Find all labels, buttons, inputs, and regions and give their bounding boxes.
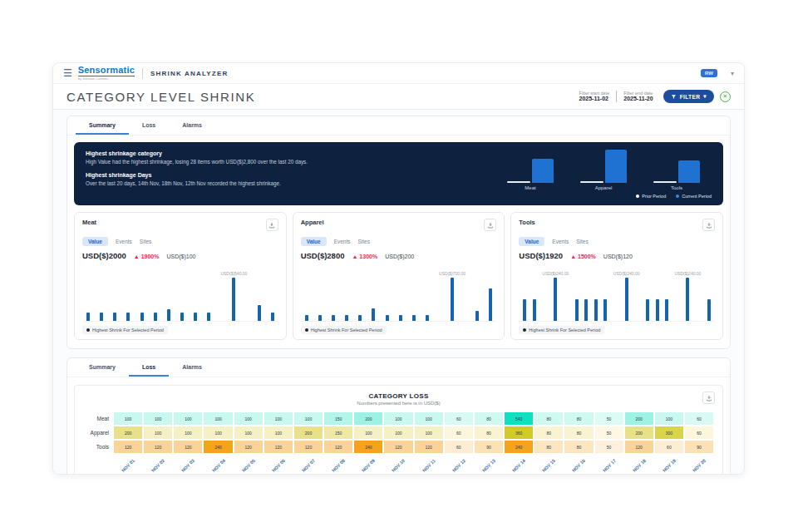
tab-summary[interactable]: Summary	[76, 116, 129, 135]
tab-alarms[interactable]: Alarms	[169, 358, 215, 377]
card-tab-sites[interactable]: Sites	[140, 237, 151, 246]
heatmap-cell[interactable]: 150	[323, 411, 353, 426]
chart-bar[interactable]	[625, 278, 628, 321]
heatmap-cell[interactable]: 80	[534, 426, 564, 440]
heatmap-cell[interactable]: 100	[203, 411, 233, 426]
chart-bar[interactable]	[489, 288, 492, 321]
chart-bar[interactable]	[271, 313, 274, 321]
heatmap-cell[interactable]: 120	[234, 440, 264, 454]
heatmap-cell[interactable]: 100	[264, 411, 293, 426]
tab-summary[interactable]: Summary	[76, 358, 129, 377]
heatmap-cell[interactable]: 120	[383, 440, 413, 454]
chart-bar[interactable]	[232, 278, 235, 321]
chart-bar[interactable]	[358, 315, 362, 321]
card-tab-events[interactable]: Events	[334, 237, 351, 246]
chart-bar[interactable]	[372, 308, 375, 321]
heatmap-cell[interactable]: 100	[173, 411, 203, 426]
chart-bar[interactable]	[126, 313, 130, 321]
chart-bar[interactable]	[154, 313, 157, 321]
heatmap-cell[interactable]: 200	[293, 426, 323, 440]
heatmap-cell[interactable]: 100	[353, 426, 383, 440]
heatmap-cell[interactable]: 120	[414, 440, 444, 454]
chart-bar[interactable]	[386, 315, 389, 321]
user-avatar-badge[interactable]: RW	[701, 69, 717, 77]
heatmap-cell[interactable]: 60	[444, 440, 474, 454]
chart-bar[interactable]	[475, 311, 479, 321]
chart-bar[interactable]	[656, 299, 659, 321]
heatmap-cell[interactable]: 100	[203, 426, 233, 440]
card-tab-events[interactable]: Events	[552, 237, 569, 246]
heatmap-cell[interactable]: 60	[684, 411, 714, 426]
heatmap-cell[interactable]: 300	[654, 426, 684, 440]
heatmap-cell[interactable]: 360	[504, 426, 534, 440]
download-button[interactable]	[702, 392, 715, 404]
card-tab-value[interactable]: Value	[519, 237, 544, 246]
chart-bar[interactable]	[686, 278, 689, 321]
tab-loss[interactable]: Loss	[129, 358, 169, 377]
heatmap-cell[interactable]: 120	[143, 440, 173, 454]
heatmap-cell[interactable]: 60	[444, 426, 474, 440]
hamburger-menu-icon[interactable]: ☰	[63, 68, 72, 78]
chart-bar[interactable]	[305, 315, 308, 321]
chart-bar[interactable]	[140, 313, 144, 321]
heatmap-cell[interactable]: 200	[624, 426, 654, 440]
heatmap-cell[interactable]: 120	[624, 440, 654, 454]
card-tab-value[interactable]: Value	[301, 237, 327, 246]
heatmap-cell[interactable]: 50	[594, 411, 624, 426]
heatmap-cell[interactable]: 120	[173, 440, 203, 454]
heatmap-cell[interactable]: 120	[264, 440, 293, 454]
heatmap-cell[interactable]: 100	[383, 426, 413, 440]
chart-bar[interactable]	[194, 313, 197, 321]
chart-bar[interactable]	[594, 299, 598, 321]
heatmap-cell[interactable]: 240	[353, 440, 383, 454]
heatmap-cell[interactable]: 200	[624, 411, 654, 426]
card-tab-events[interactable]: Events	[116, 237, 132, 246]
chart-bar[interactable]	[575, 299, 579, 321]
heatmap-cell[interactable]: 60	[654, 440, 684, 454]
chart-bar[interactable]	[523, 299, 526, 321]
heatmap-cell[interactable]: 100	[264, 426, 293, 440]
tab-alarms[interactable]: Alarms	[169, 116, 215, 135]
chart-bar[interactable]	[584, 299, 588, 321]
heatmap-cell[interactable]: 90	[684, 440, 714, 454]
heatmap-cell[interactable]: 100	[234, 426, 264, 440]
chart-bar[interactable]	[207, 313, 210, 321]
heatmap-cell[interactable]: 60	[684, 426, 714, 440]
heatmap-cell[interactable]: 100	[414, 411, 444, 426]
chart-bar[interactable]	[167, 309, 170, 321]
heatmap-cell[interactable]: 100	[383, 411, 413, 426]
chart-bar[interactable]	[86, 313, 90, 321]
heatmap-cell[interactable]: 120	[323, 440, 353, 454]
chart-bar[interactable]	[345, 315, 348, 321]
heatmap-cell[interactable]: 150	[323, 426, 353, 440]
chart-bar[interactable]	[707, 299, 711, 321]
chart-bar[interactable]	[399, 315, 402, 321]
chart-bar[interactable]	[100, 313, 103, 321]
chart-bar[interactable]	[180, 313, 184, 321]
heatmap-cell[interactable]: 200	[113, 426, 143, 440]
heatmap-cell[interactable]: 240	[203, 440, 233, 454]
heatmap-cell[interactable]: 100	[654, 411, 684, 426]
card-tab-value[interactable]: Value	[82, 237, 108, 246]
heatmap-cell[interactable]: 120	[293, 440, 323, 454]
tab-loss[interactable]: Loss	[129, 116, 169, 135]
heatmap-cell[interactable]: 80	[474, 411, 504, 426]
heatmap-cell[interactable]: 80	[564, 411, 594, 426]
chart-bar[interactable]	[451, 278, 454, 321]
chart-bar[interactable]	[258, 305, 261, 321]
chart-bar[interactable]	[554, 278, 557, 321]
heatmap-cell[interactable]: 80	[564, 440, 594, 454]
chart-bar[interactable]	[412, 315, 416, 321]
clear-filter-icon[interactable]: ✕	[720, 91, 731, 102]
heatmap-cell[interactable]: 100	[293, 411, 323, 426]
chart-bar[interactable]	[113, 313, 116, 321]
filter-button[interactable]: FILTER ▾	[663, 90, 714, 103]
download-button[interactable]	[702, 219, 715, 231]
heatmap-cell[interactable]: 100	[143, 411, 173, 426]
download-button[interactable]	[484, 219, 496, 231]
heatmap-cell[interactable]: 50	[594, 426, 624, 440]
chart-bar[interactable]	[318, 315, 322, 321]
heatmap-cell[interactable]: 80	[534, 411, 564, 426]
heatmap-cell[interactable]: 120	[113, 440, 143, 454]
heatmap-cell[interactable]: 100	[173, 426, 203, 440]
